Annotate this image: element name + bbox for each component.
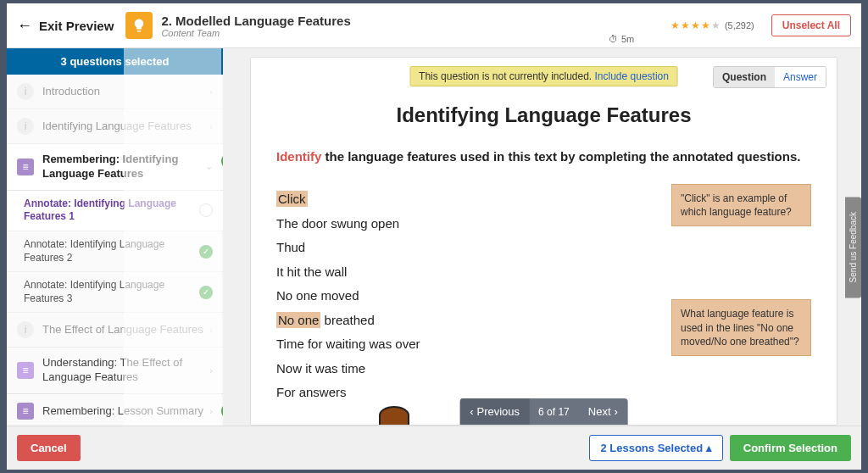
rating-count: (5,292) (725, 20, 754, 31)
answer-tab[interactable]: Answer (775, 67, 826, 87)
chevron-right-icon: › (615, 405, 618, 418)
info-icon: i (17, 118, 34, 135)
lesson-author: Content Team (161, 28, 670, 38)
poem-text: Click The door swung open Thud It hit th… (276, 187, 654, 405)
highlight-noone[interactable]: No one (276, 312, 320, 328)
nav-identifying[interactable]: i Identifying Language Features › (7, 109, 223, 144)
instruction: Identify the language features used in t… (276, 149, 811, 164)
stopwatch-icon: ⏱ (609, 34, 618, 44)
sub-annotate-3[interactable]: Annotate: Identifying Language Features … (7, 272, 223, 313)
question-tab[interactable]: Question (714, 67, 775, 87)
pager: ‹Previous 6 of 17 Next› (459, 398, 628, 425)
page-position: 6 of 17 (530, 399, 578, 425)
chevron-right-icon: › (209, 86, 213, 97)
qa-toggle[interactable]: Question Answer (713, 66, 826, 88)
annotation-box-2[interactable]: What language feature is used in the lin… (671, 299, 811, 356)
quiz-icon: ≡ (17, 403, 34, 420)
unchecked-icon[interactable] (199, 203, 213, 217)
chevron-right-icon: › (209, 406, 213, 416)
sub-annotate-2[interactable]: Annotate: Identifying Language Features … (7, 231, 223, 272)
avatar-icon (379, 406, 409, 425)
duration: ⏱ 5m (609, 34, 634, 44)
include-question-link[interactable]: Include question (595, 70, 669, 82)
info-icon: i (17, 83, 34, 100)
highlight-click[interactable]: Click (276, 191, 308, 207)
lessons-selected-dropdown[interactable]: 2 Lessons Selected ▴ (589, 435, 722, 461)
feedback-tab[interactable]: Send us Feedback (845, 197, 861, 298)
exit-preview-button[interactable]: Exit Preview (39, 19, 114, 33)
chevron-right-icon: › (209, 121, 213, 131)
check-icon[interactable]: ✓ (199, 245, 213, 259)
nav-understanding-effect[interactable]: ≡ Understanding: The Effect of Language … (7, 348, 223, 394)
chevron-left-icon: ‹ (470, 405, 473, 418)
stars-icon: ★★★★★ (670, 19, 721, 31)
inclusion-notice: This question is not currently included.… (409, 66, 678, 86)
nav-introduction[interactable]: i Introduction › (7, 75, 223, 109)
next-button[interactable]: Next› (578, 398, 628, 425)
info-icon: i (17, 321, 34, 338)
unselect-all-button[interactable]: Unselect All (771, 14, 851, 36)
back-arrow-icon[interactable]: ← (17, 17, 32, 35)
chevron-down-icon: ⌄ (205, 161, 213, 172)
confirm-selection-button[interactable]: Confirm Selection (730, 435, 851, 461)
nav-remembering-summary[interactable]: ≡ Remembering: Lesson Summary › ✓ 1/1 (7, 394, 223, 426)
cancel-button[interactable]: Cancel (17, 435, 81, 461)
annotation-box-1[interactable]: "Click" is an example of which language … (671, 184, 811, 226)
lesson-title: 2. Modelled Language Features (161, 14, 670, 28)
nav-remembering-identifying[interactable]: ≡ Remembering: Identifying Language Feat… (7, 144, 223, 191)
lesson-icon (125, 12, 153, 39)
content-title: Identifying Language Features (276, 103, 811, 127)
caret-up-icon: ▴ (706, 442, 712, 454)
chevron-right-icon: › (209, 325, 213, 335)
previous-button[interactable]: ‹Previous (459, 398, 530, 425)
questions-selected-banner: 3 questions selected (7, 48, 223, 75)
chevron-right-icon: › (209, 365, 213, 376)
rating: ★★★★★ (5,292) (670, 19, 754, 31)
nav-effect[interactable]: i The Effect of Language Features › (7, 313, 223, 348)
quiz-icon: ≡ (17, 159, 34, 175)
quiz-icon: ≡ (17, 362, 34, 379)
check-icon[interactable]: ✓ (199, 286, 213, 299)
sub-annotate-1[interactable]: Annotate: Identifying Language Features … (7, 191, 223, 231)
